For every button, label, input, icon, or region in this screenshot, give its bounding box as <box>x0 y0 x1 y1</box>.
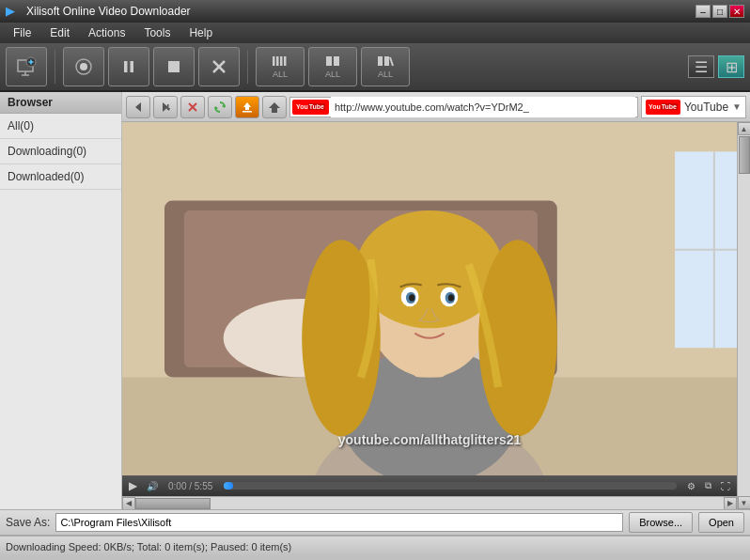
back-button[interactable] <box>126 96 150 118</box>
add-button[interactable] <box>6 47 47 86</box>
menu-actions[interactable]: Actions <box>79 24 134 41</box>
list-view-button[interactable]: ☰ <box>688 55 714 78</box>
browser-area: You Tube You Tube YouTube ▼ <box>122 92 750 509</box>
cancel-all-button[interactable]: ALL <box>361 47 410 86</box>
sidebar-item-all[interactable]: All(0) <box>0 114 121 139</box>
svg-marker-25 <box>166 108 170 111</box>
save-bar: Save As: Browse... Open <box>0 509 750 536</box>
save-path-input[interactable] <box>55 513 623 532</box>
pip-btn[interactable]: ⧉ <box>702 480 714 491</box>
svg-rect-16 <box>284 56 287 66</box>
main-layout: Browser All(0) Downloading(0) Downloaded… <box>0 92 750 509</box>
download-nav-button[interactable] <box>235 96 259 118</box>
scroll-right-button[interactable]: ▶ <box>724 497 737 510</box>
pause-button[interactable] <box>108 47 149 86</box>
cancel-button[interactable] <box>198 47 240 86</box>
save-as-label: Save As: <box>6 516 50 529</box>
time-display: 0:00 / 5:55 <box>168 481 212 491</box>
cancel-all-label: ALL <box>378 70 393 79</box>
scroll-up-button[interactable]: ▲ <box>738 122 751 135</box>
separator-2 <box>247 50 248 84</box>
svg-rect-13 <box>273 56 275 66</box>
maximize-button[interactable]: □ <box>712 5 727 18</box>
svg-rect-20 <box>384 56 389 66</box>
menu-edit[interactable]: Edit <box>40 24 79 41</box>
title-bar: ▶ Xilisoft Online Video Downloader – □ ✕ <box>0 0 750 23</box>
fullscreen-btn[interactable]: ⛶ <box>718 481 733 491</box>
svg-marker-30 <box>243 102 251 107</box>
pause-all-button[interactable]: ALL <box>256 47 305 86</box>
sidebar-item-downloaded[interactable]: Downloaded(0) <box>0 164 121 190</box>
svg-rect-18 <box>334 56 339 66</box>
yt-site-badge: You Tube <box>646 100 680 115</box>
svg-rect-10 <box>168 61 180 72</box>
horizontal-scrollbar: ◀ ▶ <box>122 496 737 509</box>
svg-rect-19 <box>378 56 383 66</box>
sidebar: Browser All(0) Downloading(0) Downloaded… <box>0 92 122 509</box>
svg-rect-9 <box>131 61 134 72</box>
forward-button-dropdown[interactable] <box>153 96 178 118</box>
scroll-down-button[interactable]: ▼ <box>738 496 751 509</box>
svg-point-54 <box>409 294 414 301</box>
separator-1 <box>55 50 55 84</box>
svg-rect-14 <box>276 56 279 66</box>
svg-marker-22 <box>135 102 141 112</box>
dropdown-arrow-icon: ▼ <box>732 101 742 112</box>
svg-rect-15 <box>280 56 283 66</box>
video-content: youtube.com/allthatglitters21 <box>122 122 737 475</box>
browse-button[interactable]: Browse... <box>629 512 693 533</box>
video-controls: ▶ 🔊 0:00 / 5:55 ⚙ ⧉ ⛶ <box>122 475 737 496</box>
video-placeholder: youtube.com/allthatglitters21 <box>122 122 737 475</box>
minimize-button[interactable]: – <box>695 5 711 18</box>
scroll-thumb[interactable] <box>739 136 750 174</box>
grid-view-button[interactable]: ⊞ <box>718 55 744 78</box>
status-text: Downloading Speed: 0KB/s; Total: 0 item(… <box>6 541 291 552</box>
progress-bar[interactable] <box>224 482 677 490</box>
menu-help[interactable]: Help <box>180 24 222 41</box>
sidebar-item-downloading[interactable]: Downloading(0) <box>0 139 121 164</box>
close-button[interactable]: ✕ <box>729 5 744 18</box>
menu-file[interactable]: File <box>4 24 40 41</box>
home-button[interactable] <box>262 96 287 118</box>
stop-all-button[interactable]: ALL <box>308 47 357 86</box>
yt-url-badge: You Tube <box>292 100 329 115</box>
menu-tools[interactable]: Tools <box>134 24 180 41</box>
url-input[interactable] <box>331 97 635 117</box>
open-button[interactable]: Open <box>698 512 744 533</box>
svg-line-21 <box>390 57 393 66</box>
svg-point-55 <box>448 294 454 301</box>
title-text: Xilisoft Online Video Downloader <box>26 5 695 18</box>
toolbar: ALL ALL ALL ☰ ⊞ <box>0 43 750 92</box>
stop-nav-button[interactable] <box>180 96 205 118</box>
svg-rect-8 <box>124 61 128 72</box>
window-controls: – □ ✕ <box>695 5 744 18</box>
stop-button[interactable] <box>153 47 195 86</box>
scroll-track[interactable] <box>738 135 751 496</box>
video-watermark: youtube.com/allthatglitters21 <box>338 432 521 447</box>
hscroll-thumb[interactable] <box>135 498 211 509</box>
nav-bar: You Tube You Tube YouTube ▼ <box>122 92 750 122</box>
vertical-scrollbar: ▲ ▼ <box>737 122 750 509</box>
menu-bar: File Edit Actions Tools Help <box>0 23 750 43</box>
site-label: YouTube <box>684 101 728 114</box>
hscroll-track[interactable] <box>135 497 724 510</box>
svg-marker-33 <box>269 102 280 113</box>
refresh-button[interactable] <box>208 96 232 118</box>
url-container[interactable]: You Tube <box>289 97 638 117</box>
site-dropdown[interactable]: You Tube YouTube ▼ <box>641 96 746 118</box>
app-icon: ▶ <box>6 4 21 19</box>
stop-all-label: ALL <box>325 70 340 79</box>
progress-fill <box>224 482 233 490</box>
record-button[interactable] <box>63 47 104 86</box>
svg-rect-17 <box>326 56 332 66</box>
status-bar: Downloading Speed: 0KB/s; Total: 0 item(… <box>0 536 750 556</box>
video-with-scroll: youtube.com/allthatglitters21 ▶ 🔊 0:00 /… <box>122 122 750 509</box>
volume-icon[interactable]: 🔊 <box>144 481 161 491</box>
svg-rect-32 <box>242 111 252 113</box>
svg-rect-31 <box>245 107 249 110</box>
play-button[interactable]: ▶ <box>126 479 140 492</box>
pause-all-label: ALL <box>273 70 288 79</box>
sidebar-header: Browser <box>0 92 121 114</box>
scroll-left-button[interactable]: ◀ <box>122 497 135 510</box>
settings-btn[interactable]: ⚙ <box>684 481 698 491</box>
